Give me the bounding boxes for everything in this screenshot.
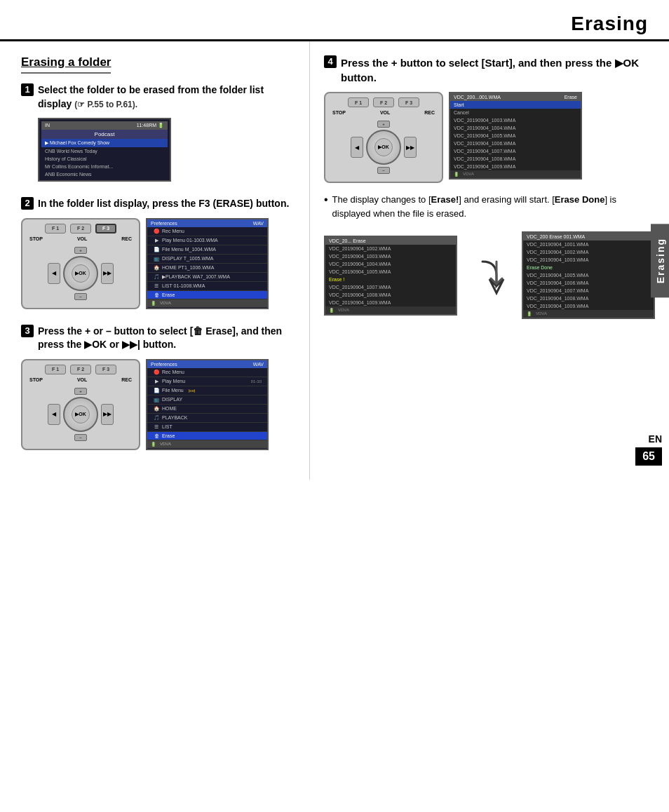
step-3-number: 3 bbox=[21, 325, 34, 337]
vdva-2: VDVA bbox=[160, 301, 171, 306]
page-number: 65 bbox=[635, 447, 662, 466]
menu-item-list-label: LIST 01-1008.WMA bbox=[162, 283, 205, 288]
done-item-1007: VDC_20190904_1007.WMA bbox=[523, 287, 654, 295]
step-2-text: In the folder list display, press the F3… bbox=[38, 197, 295, 211]
step-1-ref: (☞ P.55 to P.61). bbox=[74, 100, 137, 109]
menu-item-display-label: DISPLAY T_1005.WMA bbox=[162, 256, 214, 261]
erase-title-start: VDC_200...001.WMA bbox=[454, 95, 501, 100]
vdva-erasing: VDVA bbox=[338, 308, 349, 313]
f-buttons-row-4: F 1 F 2 F 3 bbox=[330, 97, 438, 107]
done-item-1002: VDC_20190904_1002.WMA bbox=[523, 248, 654, 256]
erase-item-start: Start bbox=[450, 101, 581, 109]
menu-screen-3-footer: 🔋 VDVA bbox=[147, 440, 267, 448]
menu-item-playback-label: ▶PLAYBACK WA7_1007.WMA bbox=[162, 274, 230, 280]
in-label: IN bbox=[45, 123, 50, 128]
vol-label-4: VOL bbox=[380, 110, 390, 115]
list-icon: ☰ bbox=[153, 283, 160, 289]
folder-screen-header: IN 11:48RM 🔋 bbox=[41, 121, 168, 130]
erasing-label: Erase ! bbox=[325, 276, 456, 283]
menu-3-list-label: LIST bbox=[162, 424, 173, 429]
erase-item-1007: VDC_20190904_1007.WMA bbox=[450, 147, 581, 155]
menu-item-display: 📺 DISPLAY T_1005.WMA bbox=[147, 255, 267, 264]
menu-item-play-label: Play Menu 01-1003.WMA bbox=[162, 238, 218, 243]
file-icon: 📄 bbox=[153, 247, 160, 252]
step-3-block: 3 Press the + or – button to select [🗑 E… bbox=[21, 325, 295, 450]
f3-button-3[interactable]: F 3 bbox=[95, 365, 116, 374]
prev-button-4[interactable]: ◀ bbox=[351, 137, 363, 158]
menu-item-list: ☰ LIST 01-1008.WMA bbox=[147, 282, 267, 291]
done-footer: 🔋 VDVA bbox=[523, 310, 654, 318]
ok-button[interactable]: ▶OK bbox=[63, 256, 98, 291]
folder-item-1: ▶ Michael Fox Comedy Show bbox=[41, 139, 168, 147]
vdva-start: VDVA bbox=[463, 172, 474, 177]
f2-button-3[interactable]: F 2 bbox=[70, 365, 91, 374]
f1-button-4[interactable]: F 1 bbox=[348, 97, 369, 107]
erasing-item-1004: VDC_20190904_1004.WMA bbox=[325, 260, 456, 268]
f3-button[interactable]: F 3 bbox=[95, 224, 116, 234]
recorder-center: + ◀ ▶OK ▶▶ − bbox=[48, 247, 114, 300]
next-button-4[interactable]: ▶▶ bbox=[404, 137, 417, 158]
menu-item-erase: 🗑 Erase bbox=[147, 291, 267, 299]
battery-done: 🔋 bbox=[527, 311, 532, 316]
erase-item-cancel: Cancel bbox=[450, 109, 581, 116]
menu-item-file: 📄 File Menu M_1004.WMA bbox=[147, 245, 267, 255]
menu-3-file-label: File Menu bbox=[162, 388, 184, 393]
left-column: Erasing a folder 1 Select the folder to … bbox=[0, 41, 310, 480]
next-button-3[interactable]: ▶▶ bbox=[101, 404, 114, 425]
erase-item-1009: VDC_20190904_1009.WMA bbox=[450, 163, 581, 170]
stop-label-3: STOP bbox=[29, 377, 43, 382]
minus-button-3[interactable]: − bbox=[74, 434, 87, 441]
f3-button-4[interactable]: F 3 bbox=[398, 97, 419, 107]
ok-button-3[interactable]: ▶OK bbox=[63, 397, 98, 432]
f2-button-4[interactable]: F 2 bbox=[373, 97, 394, 107]
f-buttons-row: F 1 F 2 F 3 bbox=[27, 224, 135, 234]
menu-3-item-display: 📺 DISPLAY bbox=[147, 395, 267, 405]
step-4-number: 4 bbox=[324, 55, 337, 68]
menu-item-home: 🏠 HOME PT1_1006.WMA bbox=[147, 264, 267, 273]
prev-button-3[interactable]: ◀ bbox=[48, 404, 60, 425]
erase-done-header: VDC_200 Erase 001.WMA bbox=[523, 233, 654, 241]
folder-list-screen: IN 11:48RM 🔋 Podcast ▶ Michael Fox Comed… bbox=[38, 118, 171, 182]
stop-label: STOP bbox=[29, 236, 43, 241]
done-item-1008: VDC_20190904_1008.WMA bbox=[523, 295, 654, 302]
minus-button[interactable]: − bbox=[74, 293, 87, 300]
menu-2-format: WAV bbox=[253, 221, 264, 226]
playback-icon: 🎵 bbox=[153, 274, 160, 280]
menu-2-title: Preferences bbox=[151, 221, 177, 226]
recorder-labels-3: STOP VOL REC bbox=[27, 377, 135, 382]
erase-start-footer: 🔋 VDVA bbox=[450, 170, 581, 178]
menu-3-playback-label: PLAYBACK bbox=[162, 415, 187, 420]
menu-3-title: Preferences bbox=[151, 362, 177, 367]
folder-item-5: ANB Economic News bbox=[41, 170, 168, 178]
f1-button[interactable]: F 1 bbox=[45, 224, 66, 234]
ok-button-4[interactable]: ▶OK bbox=[366, 130, 401, 165]
prev-button[interactable]: ◀ bbox=[48, 263, 60, 284]
plus-button-3[interactable]: + bbox=[74, 388, 87, 395]
display-icon: 📺 bbox=[153, 256, 160, 262]
f1-button-3[interactable]: F 1 bbox=[45, 365, 66, 374]
erasing-item-1005: VDC_20190904_1005.WMA bbox=[325, 268, 456, 276]
erase-done-title: VDC_200 Erase 001.WMA bbox=[527, 234, 585, 239]
page-title: Erasing bbox=[0, 13, 648, 35]
progress-arrow bbox=[461, 248, 518, 304]
erase-start-screen: VDC_200...001.WMA Erase Start Cancel VDC… bbox=[449, 92, 582, 180]
stop-label-4: STOP bbox=[332, 110, 346, 115]
recorder-center-4: + ◀ ▶OK ▶▶ − bbox=[351, 121, 417, 174]
rec-icon: 🔴 bbox=[153, 229, 160, 234]
erase-done-screen: VDC_200 Erase 001.WMA VDC_20190904_1001.… bbox=[522, 231, 655, 319]
erase-item-1003: VDC_20190904_1003.WMA bbox=[450, 116, 581, 124]
menu-3-item-playback: 🎵 PLAYBACK bbox=[147, 414, 267, 423]
plus-button-4[interactable]: + bbox=[377, 121, 390, 128]
menu-3-item-home: 🏠 HOME bbox=[147, 405, 267, 414]
f-buttons-row-3: F 1 F 2 F 3 bbox=[27, 365, 135, 374]
plus-button[interactable]: + bbox=[74, 247, 87, 254]
play-icon: ▶ bbox=[153, 238, 160, 243]
f2-button[interactable]: F 2 bbox=[70, 224, 91, 234]
menu-3-counter: WAV bbox=[253, 362, 264, 367]
menu-3-item-list: ☰ LIST bbox=[147, 423, 267, 432]
erasing-item-1009: VDC_20190904_1009.WMA bbox=[325, 299, 456, 306]
next-button[interactable]: ▶▶ bbox=[101, 263, 114, 284]
erase-label-start: Erase bbox=[565, 95, 577, 100]
minus-button-4[interactable]: − bbox=[377, 167, 390, 174]
time-display: 11:48RM 🔋 bbox=[137, 123, 164, 128]
